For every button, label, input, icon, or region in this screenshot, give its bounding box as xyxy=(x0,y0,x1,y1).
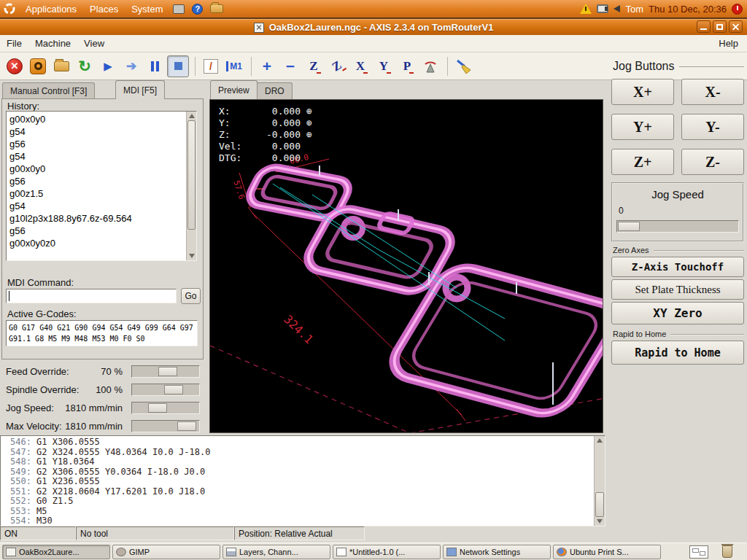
view-top-button[interactable]: Z xyxy=(303,55,325,77)
taskbar-window-axis[interactable]: OakBox2Laure... xyxy=(2,545,110,559)
tab-dro[interactable]: DRO xyxy=(257,82,293,99)
jog-x-plus-button[interactable]: X+ xyxy=(611,79,674,105)
gcode-line[interactable]: 552:G0 Z1.5 xyxy=(4,497,605,507)
folder-launcher-icon[interactable] xyxy=(210,4,223,13)
zoom-in-button[interactable]: + xyxy=(256,55,278,77)
open-file-button[interactable] xyxy=(50,55,72,77)
list-item[interactable]: g54 xyxy=(9,200,196,212)
list-item[interactable]: g00x0y0z0 xyxy=(9,237,196,249)
list-item[interactable]: g10l2p3x188.8y67.6z-69.564 xyxy=(9,212,196,225)
pause-button[interactable] xyxy=(144,55,166,77)
list-item[interactable]: g00x0y0 xyxy=(9,163,196,175)
mdi-history-list[interactable]: g00x0y0 g54 g56 g54 g00x0y0 g56 g00z1.5 … xyxy=(6,111,197,261)
gcode-line[interactable]: 553:M5 xyxy=(4,507,605,517)
view-perspective-button[interactable]: P xyxy=(396,55,418,77)
view-front-button[interactable]: Y xyxy=(373,55,395,77)
optional-stop-button[interactable]: M1 xyxy=(223,55,245,77)
ubuntu-logo-icon[interactable] xyxy=(4,3,15,15)
username-label[interactable]: Tom xyxy=(625,4,643,15)
feed-override-slider[interactable] xyxy=(131,365,200,378)
set-plate-thickness-button[interactable]: Set Plate Thickness xyxy=(611,279,744,300)
jog-speed-slider[interactable] xyxy=(131,402,200,414)
jog-y-minus-button[interactable]: Y- xyxy=(681,114,744,140)
gcode-line[interactable]: 550:G1 X236.0555 xyxy=(4,477,605,487)
step-button[interactable]: ➔ xyxy=(120,55,142,77)
gcode-line[interactable]: 548:G1 Y18.0364 xyxy=(4,457,605,467)
menu-view[interactable]: View xyxy=(77,35,111,52)
maximize-button[interactable] xyxy=(713,20,727,33)
clear-plot-button[interactable] xyxy=(452,55,474,77)
max-velocity-slider[interactable] xyxy=(131,420,200,432)
shutdown-icon[interactable] xyxy=(732,4,743,15)
screenshot-tool-icon[interactable] xyxy=(173,4,185,14)
zoom-out-button[interactable]: − xyxy=(279,55,301,77)
stop-button[interactable] xyxy=(167,55,189,77)
list-item[interactable]: g00z1.5 xyxy=(9,187,196,200)
help-icon[interactable]: ? xyxy=(192,4,203,15)
run-program-button[interactable]: ▶ xyxy=(97,55,119,77)
menu-system[interactable]: System xyxy=(125,0,169,18)
gcode-line[interactable]: 549:G2 X306.0555 Y0.0364 I-18.0 J0.0 xyxy=(4,467,605,478)
scroll-up-icon[interactable] xyxy=(189,114,195,118)
menu-places[interactable]: Places xyxy=(83,0,125,18)
scrollbar-thumb[interactable] xyxy=(187,120,196,230)
list-item[interactable]: g54 xyxy=(9,150,196,163)
gcode-line[interactable]: 546:G1 X306.0555 xyxy=(4,438,605,448)
history-scrollbar[interactable] xyxy=(186,112,196,260)
view-rotated-top-button[interactable]: Z xyxy=(326,55,348,77)
xy-zero-button[interactable]: XY Zero xyxy=(611,302,744,324)
minimize-button[interactable] xyxy=(697,20,711,33)
tab-manual-control[interactable]: Manual Control [F3] xyxy=(2,82,95,99)
menu-machine[interactable]: Machine xyxy=(28,35,77,52)
mdi-command-input[interactable] xyxy=(6,289,177,303)
jog-speed-panel-slider[interactable] xyxy=(616,220,739,233)
scroll-down-icon[interactable] xyxy=(597,519,603,524)
jog-z-plus-button[interactable]: Z+ xyxy=(611,149,674,175)
taskbar-window-untitled[interactable]: *Untitled-1.0 (... xyxy=(333,545,441,559)
toggle-skip-lines-button[interactable]: / xyxy=(200,55,222,77)
mdi-go-button[interactable]: Go xyxy=(181,288,201,304)
preview-canvas[interactable]: X:0.000⊕ Y:0.000⊕ Z:-0.000⊕ Vel:0.000 DT… xyxy=(209,99,603,433)
reload-file-button[interactable]: ↻ xyxy=(74,55,96,77)
tab-mdi[interactable]: MDI [F5] xyxy=(115,80,165,99)
gcode-line[interactable]: 547:G2 X324.0555 Y48.0364 I0.0 J-18.0 xyxy=(4,448,605,458)
gcode-listing[interactable]: 546:G1 X306.0555 547:G2 X324.0555 Y48.03… xyxy=(0,435,605,526)
list-item[interactable]: g56 xyxy=(9,138,196,150)
window-titlebar[interactable]: OakBox2Lauren.ngc - AXIS 2.3.4 on TomRou… xyxy=(0,19,747,35)
jog-x-minus-button[interactable]: X- xyxy=(681,79,744,105)
taskbar-window-firefox[interactable]: Ubuntu Print S... xyxy=(553,545,661,559)
menu-applications[interactable]: Applications xyxy=(19,0,83,18)
taskbar-window-network[interactable]: Network Settings xyxy=(443,545,551,559)
jog-z-minus-button[interactable]: Z- xyxy=(681,149,744,175)
list-item[interactable]: g56 xyxy=(9,175,196,187)
gcode-line[interactable]: 554:M30 xyxy=(4,516,605,526)
rotate-view-button[interactable] xyxy=(419,55,441,77)
spindle-override-slider[interactable] xyxy=(131,384,200,396)
gcode-scrollbar[interactable] xyxy=(594,436,605,526)
rapid-to-home-button[interactable]: Rapid to Home xyxy=(611,341,744,365)
scrollbar-thumb[interactable] xyxy=(595,492,604,517)
taskbar-window-gimp[interactable]: GIMP xyxy=(112,545,220,559)
jog-y-plus-button[interactable]: Y+ xyxy=(611,114,674,140)
list-item[interactable]: g00x0y0 xyxy=(9,113,196,125)
close-button[interactable] xyxy=(729,20,743,33)
machine-power-button[interactable] xyxy=(27,55,49,77)
estop-button[interactable]: ✕ xyxy=(4,55,26,77)
status-machine-state: ON xyxy=(0,526,76,540)
list-item[interactable]: g56 xyxy=(9,225,196,237)
menu-help[interactable]: Help xyxy=(710,35,747,52)
volume-icon[interactable] xyxy=(614,5,620,12)
trash-icon[interactable] xyxy=(722,545,732,558)
update-warning-icon[interactable] xyxy=(580,4,592,14)
menu-file[interactable]: File xyxy=(0,35,28,52)
view-side-button[interactable]: X xyxy=(349,55,371,77)
z-axis-touchoff-button[interactable]: Z-Axis Touchoff xyxy=(611,257,744,277)
workspace-switcher[interactable] xyxy=(689,545,708,559)
gcode-line[interactable]: 551:G2 X218.0604 Y17.6201 I0.0 J18.0 xyxy=(4,487,605,497)
taskbar-window-layers[interactable]: Layers, Chann... xyxy=(222,545,330,559)
scroll-down-icon[interactable] xyxy=(189,254,195,258)
scroll-up-icon[interactable] xyxy=(597,438,603,443)
tab-preview[interactable]: Preview xyxy=(210,80,258,99)
list-item[interactable]: g54 xyxy=(9,125,196,138)
clock-label[interactable]: Thu 10 Dec, 20:36 xyxy=(649,4,727,15)
